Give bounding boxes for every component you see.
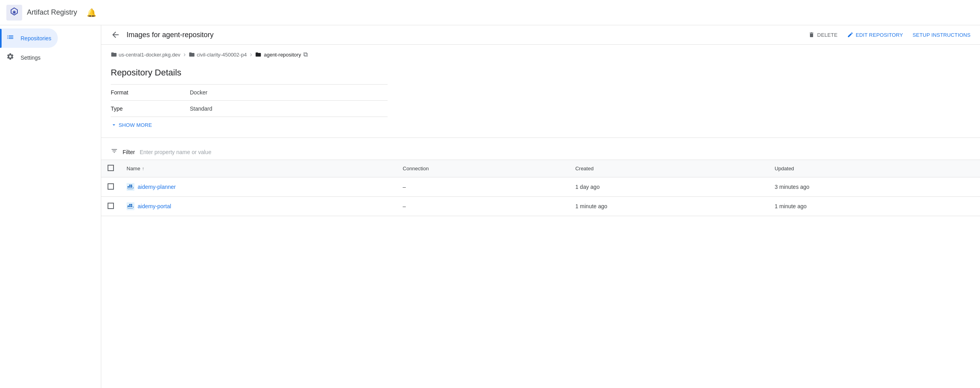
row-1-name-text: aidemy-planner: [138, 184, 176, 190]
sidebar-item-wrapper-settings: Settings: [0, 48, 101, 67]
filter-label: Filter: [123, 149, 135, 155]
svg-rect-12: [129, 204, 131, 205]
svg-rect-10: [129, 205, 131, 207]
sidebar-item-wrapper-repositories: Repositories: [0, 28, 101, 48]
details-row-type: Type Standard: [111, 101, 388, 117]
svg-rect-6: [129, 185, 131, 186]
row-2-name-link[interactable]: aidemy-portal: [127, 202, 390, 210]
row-1-name: aidemy-planner: [120, 177, 396, 197]
filter-bar: Filter: [101, 141, 980, 160]
section-divider: [101, 137, 980, 138]
filter-input[interactable]: [140, 149, 971, 155]
table-row: aidemy-planner – 1 day ago 3 minutes ago: [101, 177, 980, 197]
notification-bell-icon[interactable]: 🔔: [87, 8, 96, 17]
show-more-button[interactable]: SHOW MORE: [111, 122, 971, 128]
sidebar-item-label-repositories: Repositories: [21, 35, 51, 41]
content-area: Images for agent-repository DELETE EDIT …: [101, 25, 980, 388]
table-header-row: Name ↑ Connection Created Updated: [101, 160, 980, 177]
edit-icon: [847, 32, 853, 38]
breadcrumb-label-3: agent-repository: [264, 52, 301, 58]
row-1-checkbox[interactable]: [108, 183, 114, 190]
data-table-container: Name ↑ Connection Created Updated: [101, 160, 980, 216]
images-table: Name ↑ Connection Created Updated: [101, 160, 980, 216]
th-checkbox: [101, 160, 120, 177]
copy-icon[interactable]: ⧉: [303, 51, 308, 58]
app-title: Artifact Registry: [27, 8, 77, 17]
app-logo: Artifact Registry: [6, 5, 77, 21]
chevron-down-icon: [111, 122, 117, 128]
th-name[interactable]: Name ↑: [120, 160, 396, 177]
folder-filled-icon: [255, 51, 261, 58]
back-button[interactable]: [111, 30, 120, 40]
svg-rect-11: [131, 205, 132, 207]
content-header: Images for agent-repository DELETE EDIT …: [101, 25, 980, 45]
repo-details: Repository Details Format Docker Type St…: [101, 61, 980, 134]
breadcrumb-sep-2: ›: [250, 51, 252, 58]
docker-icon-1: [127, 183, 134, 191]
sidebar-item-settings[interactable]: Settings: [0, 48, 47, 67]
sidebar-item-label-settings: Settings: [21, 55, 41, 61]
details-label-format: Format: [111, 89, 190, 96]
details-value-type: Standard: [190, 105, 212, 112]
row-2-updated: 1 minute ago: [768, 197, 980, 216]
folder-icon-2: [189, 51, 195, 58]
delete-icon: [808, 32, 815, 38]
row-1-updated: 3 minutes ago: [768, 177, 980, 197]
breadcrumb-item-2[interactable]: civil-clarity-450002-p4: [189, 51, 246, 58]
breadcrumb-sep-1: ›: [184, 51, 185, 58]
breadcrumb-item-3: agent-repository ⧉: [255, 51, 308, 58]
top-bar: Artifact Registry 🔔: [0, 0, 980, 25]
th-updated: Updated: [768, 160, 980, 177]
svg-rect-5: [131, 186, 132, 187]
svg-rect-7: [131, 185, 132, 186]
delete-button[interactable]: DELETE: [808, 32, 837, 38]
details-table: Format Docker Type Standard: [111, 84, 388, 117]
header-actions: DELETE EDIT REPOSITORY SETUP INSTRUCTION…: [808, 32, 971, 38]
filter-icon: [111, 147, 118, 156]
table-row: aidemy-portal – 1 minute ago 1 minute ag…: [101, 197, 980, 216]
row-2-connection: –: [396, 197, 569, 216]
setup-instructions-button[interactable]: SETUP INSTRUCTIONS: [912, 32, 971, 38]
th-connection: Connection: [396, 160, 569, 177]
list-icon: [6, 33, 14, 43]
main-layout: Repositories Settings Images for agent-r…: [0, 25, 980, 388]
breadcrumb-item-1[interactable]: us-central1-docker.pkg.dev: [111, 51, 180, 58]
repo-details-title: Repository Details: [111, 68, 971, 78]
sidebar-item-repositories[interactable]: Repositories: [0, 28, 58, 48]
row-2-created: 1 minute ago: [569, 197, 768, 216]
row-2-name: aidemy-portal: [120, 197, 396, 216]
settings-icon: [6, 53, 14, 62]
row-2-checkbox-cell: [101, 197, 120, 216]
row-2-name-text: aidemy-portal: [138, 203, 171, 209]
svg-rect-3: [128, 186, 129, 187]
logo-icon: [6, 5, 22, 21]
th-created: Created: [569, 160, 768, 177]
folder-icon-1: [111, 51, 117, 58]
active-indicator: [0, 29, 2, 48]
svg-rect-13: [131, 204, 132, 205]
svg-point-1: [13, 11, 15, 13]
svg-rect-9: [128, 205, 129, 207]
breadcrumb-label-2: civil-clarity-450002-p4: [197, 52, 246, 58]
details-row-format: Format Docker: [111, 85, 388, 101]
breadcrumb-label-1: us-central1-docker.pkg.dev: [119, 52, 180, 58]
row-1-connection: –: [396, 177, 569, 197]
breadcrumb: us-central1-docker.pkg.dev › civil-clari…: [101, 45, 980, 61]
row-2-checkbox[interactable]: [108, 203, 114, 209]
row-1-name-link[interactable]: aidemy-planner: [127, 183, 390, 191]
sidebar: Repositories Settings: [0, 25, 101, 388]
select-all-checkbox[interactable]: [108, 165, 114, 171]
row-1-created: 1 day ago: [569, 177, 768, 197]
details-value-format: Docker: [190, 89, 207, 96]
edit-repository-button[interactable]: EDIT REPOSITORY: [847, 32, 903, 38]
sort-asc-icon: ↑: [142, 166, 144, 171]
svg-rect-4: [129, 186, 131, 187]
row-1-checkbox-cell: [101, 177, 120, 197]
details-label-type: Type: [111, 105, 190, 112]
page-title: Images for agent-repository: [127, 31, 802, 39]
docker-icon-2: [127, 202, 134, 210]
